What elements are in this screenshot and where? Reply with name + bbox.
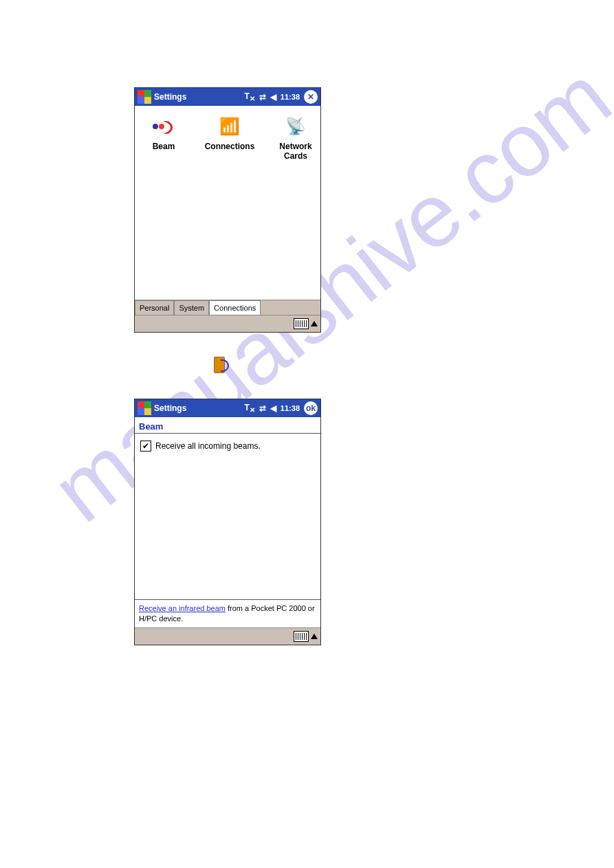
device-beam-settings: Settings T✕ ⇄ ◀ 11:38 ok Beam ✔ Receive …: [134, 399, 321, 645]
title-bar-title: Settings: [154, 403, 186, 413]
ok-button[interactable]: ok: [304, 401, 318, 415]
settings-tabs: Personal System Connections: [135, 300, 320, 315]
network-cards-label: Network Cards: [279, 142, 311, 161]
input-menu-arrow-icon[interactable]: [311, 634, 318, 639]
close-button[interactable]: ✕: [304, 90, 318, 104]
beam-icon: [153, 120, 175, 133]
keyboard-icon[interactable]: [294, 631, 309, 642]
tab-personal[interactable]: Personal: [135, 300, 174, 315]
manual-page: manualshive.com Settings T✕ ⇄ ◀ 11:38 ✕ …: [0, 0, 614, 868]
clock-time[interactable]: 11:38: [281, 93, 300, 101]
soft-input-bar: [135, 627, 320, 645]
receive-beams-checkbox[interactable]: ✔: [140, 441, 151, 452]
volume-icon[interactable]: ◀: [270, 92, 276, 102]
connections-app-icon[interactable]: 📶 Connections: [205, 115, 254, 161]
beam-pda-icon: [210, 355, 229, 375]
tab-system[interactable]: System: [174, 300, 209, 315]
connections-label: Connections: [205, 142, 255, 151]
clock-time[interactable]: 11:38: [281, 404, 300, 412]
connectivity-icon[interactable]: ⇄: [259, 403, 266, 413]
signal-icon[interactable]: T✕: [245, 403, 255, 414]
receive-infrared-note: Receive an infrared beam from a Pocket P…: [135, 599, 320, 627]
start-flag-icon[interactable]: [138, 401, 151, 415]
tab-connections[interactable]: Connections: [209, 300, 261, 315]
input-menu-arrow-icon[interactable]: [311, 321, 318, 326]
title-bar: Settings T✕ ⇄ ◀ 11:38 ✕: [135, 88, 320, 106]
icon-grid: Beam 📶 Connections 📡 Network Cards: [135, 106, 320, 161]
beam-app-icon[interactable]: Beam: [144, 115, 183, 161]
volume-icon[interactable]: ◀: [270, 403, 276, 413]
receive-beams-label: Receive all incoming beams.: [155, 441, 261, 451]
page-heading-beam: Beam: [135, 417, 320, 434]
connectivity-icon[interactable]: ⇄: [259, 92, 266, 102]
title-bar: Settings T✕ ⇄ ◀ 11:38 ok: [135, 399, 320, 417]
title-bar-title: Settings: [154, 92, 186, 102]
soft-input-bar: [135, 315, 320, 332]
signal-icon[interactable]: T✕: [245, 91, 255, 102]
keyboard-icon[interactable]: [294, 318, 309, 329]
start-flag-icon[interactable]: [138, 90, 151, 104]
network-cards-app-icon[interactable]: 📡 Network Cards: [276, 115, 315, 161]
beam-label: Beam: [153, 142, 175, 151]
connections-icon: 📶: [219, 117, 240, 136]
receive-infrared-link[interactable]: Receive an infrared beam: [139, 604, 226, 612]
network-cards-icon: 📡: [285, 117, 306, 136]
receive-beams-row: ✔ Receive all incoming beams.: [135, 434, 320, 458]
device-settings-connections: Settings T✕ ⇄ ◀ 11:38 ✕ Beam 📶 Connectio…: [134, 87, 321, 333]
